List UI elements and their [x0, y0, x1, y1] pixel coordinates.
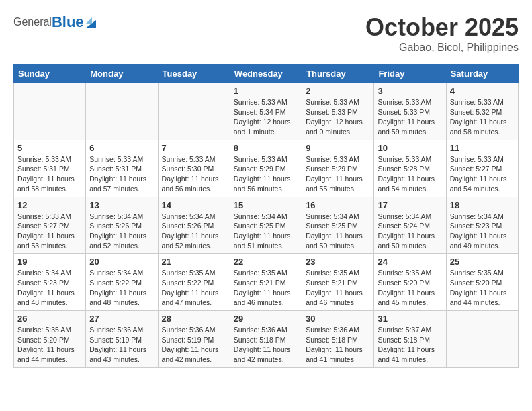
day-info: Sunrise: 5:37 AM Sunset: 5:18 PM Dayligh…	[378, 325, 442, 365]
calendar-cell: 13Sunrise: 5:34 AM Sunset: 5:26 PM Dayli…	[86, 197, 158, 254]
calendar-week-row: 26Sunrise: 5:35 AM Sunset: 5:20 PM Dayli…	[14, 311, 519, 368]
calendar-table: Sunday Monday Tuesday Wednesday Thursday…	[13, 64, 519, 368]
calendar-cell: 18Sunrise: 5:34 AM Sunset: 5:23 PM Dayli…	[446, 197, 518, 254]
day-info: Sunrise: 5:34 AM Sunset: 5:25 PM Dayligh…	[234, 212, 298, 251]
col-saturday: Saturday	[446, 64, 518, 83]
calendar-body: 1Sunrise: 5:33 AM Sunset: 5:34 PM Daylig…	[14, 83, 519, 368]
day-number: 6	[89, 143, 154, 153]
calendar-cell: 30Sunrise: 5:36 AM Sunset: 5:18 PM Dayli…	[302, 311, 374, 368]
day-number: 1	[234, 86, 298, 96]
svg-marker-1	[85, 17, 92, 24]
calendar-cell: 28Sunrise: 5:36 AM Sunset: 5:19 PM Dayli…	[158, 311, 230, 368]
calendar-cell: 3Sunrise: 5:33 AM Sunset: 5:33 PM Daylig…	[374, 83, 446, 140]
day-info: Sunrise: 5:33 AM Sunset: 5:30 PM Dayligh…	[162, 154, 226, 194]
day-number: 19	[17, 257, 82, 267]
day-info: Sunrise: 5:34 AM Sunset: 5:24 PM Dayligh…	[378, 212, 442, 251]
day-info: Sunrise: 5:34 AM Sunset: 5:25 PM Dayligh…	[306, 212, 370, 251]
calendar-cell: 29Sunrise: 5:36 AM Sunset: 5:18 PM Dayli…	[230, 311, 302, 368]
col-tuesday: Tuesday	[158, 64, 230, 83]
calendar-cell: 7Sunrise: 5:33 AM Sunset: 5:30 PM Daylig…	[158, 140, 230, 197]
col-wednesday: Wednesday	[230, 64, 302, 83]
calendar-cell: 22Sunrise: 5:35 AM Sunset: 5:21 PM Dayli…	[230, 254, 302, 311]
day-info: Sunrise: 5:33 AM Sunset: 5:27 PM Dayligh…	[17, 212, 82, 251]
day-info: Sunrise: 5:33 AM Sunset: 5:29 PM Dayligh…	[234, 154, 298, 194]
day-number: 26	[17, 314, 82, 324]
calendar-week-row: 5Sunrise: 5:33 AM Sunset: 5:31 PM Daylig…	[14, 140, 519, 197]
day-number: 24	[378, 257, 442, 267]
calendar-week-row: 1Sunrise: 5:33 AM Sunset: 5:34 PM Daylig…	[14, 83, 519, 140]
day-number: 2	[306, 86, 370, 96]
day-number: 9	[306, 143, 370, 153]
day-info: Sunrise: 5:34 AM Sunset: 5:26 PM Dayligh…	[162, 212, 226, 251]
day-info: Sunrise: 5:33 AM Sunset: 5:33 PM Dayligh…	[306, 97, 370, 137]
day-number: 11	[450, 143, 515, 153]
day-number: 21	[162, 257, 226, 267]
day-number: 16	[306, 200, 370, 210]
day-number: 14	[162, 200, 226, 210]
day-info: Sunrise: 5:33 AM Sunset: 5:31 PM Dayligh…	[17, 154, 82, 194]
day-info: Sunrise: 5:33 AM Sunset: 5:32 PM Dayligh…	[450, 97, 515, 137]
calendar-cell: 31Sunrise: 5:37 AM Sunset: 5:18 PM Dayli…	[374, 311, 446, 368]
day-number: 23	[306, 257, 370, 267]
logo-general-text: General	[13, 16, 52, 28]
calendar-cell: 21Sunrise: 5:35 AM Sunset: 5:22 PM Dayli…	[158, 254, 230, 311]
col-friday: Friday	[374, 64, 446, 83]
day-info: Sunrise: 5:36 AM Sunset: 5:18 PM Dayligh…	[234, 325, 298, 365]
calendar-cell: 1Sunrise: 5:33 AM Sunset: 5:34 PM Daylig…	[230, 83, 302, 140]
col-monday: Monday	[86, 64, 158, 83]
day-number: 31	[378, 314, 442, 324]
day-number: 25	[450, 257, 515, 267]
day-number: 13	[89, 200, 154, 210]
day-info: Sunrise: 5:34 AM Sunset: 5:26 PM Dayligh…	[89, 212, 154, 251]
day-number: 28	[162, 314, 226, 324]
day-info: Sunrise: 5:35 AM Sunset: 5:20 PM Dayligh…	[450, 268, 515, 308]
calendar-cell: 6Sunrise: 5:33 AM Sunset: 5:31 PM Daylig…	[86, 140, 158, 197]
calendar-week-row: 19Sunrise: 5:34 AM Sunset: 5:23 PM Dayli…	[14, 254, 519, 311]
calendar-cell	[446, 311, 518, 368]
day-number: 30	[306, 314, 370, 324]
day-number: 29	[234, 314, 298, 324]
logo-arrow-icon	[85, 16, 96, 28]
col-thursday: Thursday	[302, 64, 374, 83]
day-number: 7	[162, 143, 226, 153]
calendar-cell: 5Sunrise: 5:33 AM Sunset: 5:31 PM Daylig…	[14, 140, 86, 197]
calendar-cell: 15Sunrise: 5:34 AM Sunset: 5:25 PM Dayli…	[230, 197, 302, 254]
page-container: General Blue October 2025 Gabao, Bicol, …	[0, 0, 532, 375]
day-number: 3	[378, 86, 442, 96]
calendar-cell	[86, 83, 158, 140]
calendar-cell: 10Sunrise: 5:33 AM Sunset: 5:28 PM Dayli…	[374, 140, 446, 197]
calendar-cell: 26Sunrise: 5:35 AM Sunset: 5:20 PM Dayli…	[14, 311, 86, 368]
calendar-cell: 11Sunrise: 5:33 AM Sunset: 5:27 PM Dayli…	[446, 140, 518, 197]
calendar-subtitle: Gabao, Bicol, Philippines	[365, 42, 519, 54]
calendar-cell: 20Sunrise: 5:34 AM Sunset: 5:22 PM Dayli…	[86, 254, 158, 311]
day-number: 10	[378, 143, 442, 153]
day-number: 17	[378, 200, 442, 210]
calendar-cell	[14, 83, 86, 140]
day-info: Sunrise: 5:35 AM Sunset: 5:20 PM Dayligh…	[17, 325, 82, 365]
day-info: Sunrise: 5:35 AM Sunset: 5:22 PM Dayligh…	[162, 268, 226, 308]
col-sunday: Sunday	[14, 64, 86, 83]
calendar-cell	[158, 83, 230, 140]
day-info: Sunrise: 5:33 AM Sunset: 5:31 PM Dayligh…	[89, 154, 154, 194]
day-number: 22	[234, 257, 298, 267]
calendar-cell: 24Sunrise: 5:35 AM Sunset: 5:20 PM Dayli…	[374, 254, 446, 311]
day-info: Sunrise: 5:33 AM Sunset: 5:34 PM Dayligh…	[234, 97, 298, 137]
calendar-cell: 17Sunrise: 5:34 AM Sunset: 5:24 PM Dayli…	[374, 197, 446, 254]
calendar-cell: 9Sunrise: 5:33 AM Sunset: 5:29 PM Daylig…	[302, 140, 374, 197]
day-number: 27	[89, 314, 154, 324]
day-info: Sunrise: 5:33 AM Sunset: 5:28 PM Dayligh…	[378, 154, 442, 194]
calendar-cell: 8Sunrise: 5:33 AM Sunset: 5:29 PM Daylig…	[230, 140, 302, 197]
day-number: 4	[450, 86, 515, 96]
day-number: 5	[17, 143, 82, 153]
calendar-week-row: 12Sunrise: 5:33 AM Sunset: 5:27 PM Dayli…	[14, 197, 519, 254]
logo-blue-text: Blue	[52, 13, 84, 31]
day-info: Sunrise: 5:33 AM Sunset: 5:29 PM Dayligh…	[306, 154, 370, 194]
day-info: Sunrise: 5:36 AM Sunset: 5:19 PM Dayligh…	[162, 325, 226, 365]
day-info: Sunrise: 5:34 AM Sunset: 5:22 PM Dayligh…	[89, 268, 154, 308]
calendar-cell: 12Sunrise: 5:33 AM Sunset: 5:27 PM Dayli…	[14, 197, 86, 254]
day-number: 12	[17, 200, 82, 210]
calendar-title: October 2025	[365, 13, 519, 42]
calendar-cell: 16Sunrise: 5:34 AM Sunset: 5:25 PM Dayli…	[302, 197, 374, 254]
calendar-cell: 27Sunrise: 5:36 AM Sunset: 5:19 PM Dayli…	[86, 311, 158, 368]
day-number: 8	[234, 143, 298, 153]
